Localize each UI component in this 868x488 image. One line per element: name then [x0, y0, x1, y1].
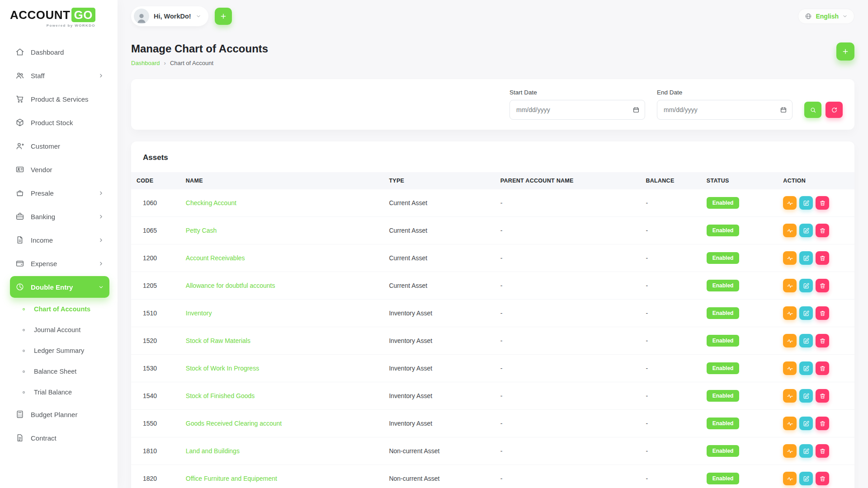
- account-link-stock-of-raw-materials[interactable]: Stock of Raw Materials: [186, 337, 250, 344]
- account-link-land-and-buildings[interactable]: Land and Buildings: [186, 447, 240, 455]
- pulse-icon: [787, 200, 793, 206]
- account-link-goods-received-clearing-account[interactable]: Goods Received Clearing account: [186, 420, 282, 427]
- sidebar-item-vendor[interactable]: Vendor: [10, 158, 109, 181]
- account-link-petty-cash[interactable]: Petty Cash: [186, 227, 217, 234]
- delete-button[interactable]: [816, 224, 829, 237]
- sidebar-item-chart-of-accounts[interactable]: Chart of Accounts: [10, 299, 109, 319]
- delete-button[interactable]: [816, 472, 829, 485]
- delete-button[interactable]: [816, 306, 829, 320]
- breadcrumb-dashboard-link[interactable]: Dashboard: [131, 60, 160, 66]
- sidebar-item-presale[interactable]: Presale: [10, 181, 109, 205]
- parent-account-name: -: [495, 410, 641, 437]
- delete-button[interactable]: [816, 196, 829, 210]
- account-link-account-receivables[interactable]: Account Receivables: [186, 254, 245, 262]
- sidebar-item-staff[interactable]: Staff: [10, 64, 109, 87]
- view-transactions-button[interactable]: [783, 196, 797, 210]
- status-badge: Enabled: [707, 473, 740, 484]
- delete-button[interactable]: [816, 361, 829, 375]
- edit-button[interactable]: [799, 279, 813, 292]
- sidebar-item-budget-planner[interactable]: Budget Planner: [10, 403, 109, 426]
- account-balance: -: [640, 244, 701, 272]
- edit-button[interactable]: [799, 444, 813, 458]
- edit-icon: [803, 227, 810, 234]
- account-link-office-furniture-and-equipement[interactable]: Office Furniture and Equipement: [186, 475, 277, 482]
- edit-button[interactable]: [799, 251, 813, 265]
- edit-button[interactable]: [799, 196, 813, 210]
- header-add-button[interactable]: [215, 8, 232, 25]
- view-transactions-button[interactable]: [783, 444, 797, 458]
- delete-button[interactable]: [816, 444, 829, 458]
- sidebar-item-product-services[interactable]: Product & Services: [10, 87, 109, 111]
- view-transactions-button[interactable]: [783, 334, 797, 347]
- sidebar-item-trial-balance[interactable]: Trial Balance: [10, 382, 109, 403]
- account-link-stock-of-work-in-progress[interactable]: Stock of Work In Progress: [186, 365, 259, 372]
- view-transactions-button[interactable]: [783, 251, 797, 265]
- sidebar-item-customer[interactable]: Customer: [10, 134, 109, 158]
- edit-button[interactable]: [799, 334, 813, 347]
- view-transactions-button[interactable]: [783, 279, 797, 292]
- calendar-icon[interactable]: [632, 106, 640, 113]
- parent-account-name: -: [495, 465, 641, 488]
- sidebar-item-banking[interactable]: Banking: [10, 205, 109, 228]
- sidebar-item-double-entry[interactable]: Double Entry: [10, 276, 109, 298]
- trash-icon: [819, 200, 826, 206]
- sidebar-item-dashboard[interactable]: Dashboard: [10, 40, 109, 64]
- create-account-button[interactable]: [836, 42, 854, 61]
- account-type: Current Asset: [383, 189, 495, 217]
- sidebar-item-ledger-summary[interactable]: Ledger Summary: [10, 340, 109, 361]
- account-type: Non-current Asset: [383, 465, 495, 488]
- status-badge: Enabled: [707, 418, 740, 429]
- delete-button[interactable]: [816, 417, 829, 430]
- sidebar-item-expense[interactable]: Expense: [10, 252, 109, 275]
- account-link-checking-account[interactable]: Checking Account: [186, 199, 236, 206]
- account-link-inventory[interactable]: Inventory: [186, 310, 212, 317]
- account-balance: -: [640, 410, 701, 437]
- view-transactions-button[interactable]: [783, 306, 797, 320]
- edit-button[interactable]: [799, 361, 813, 375]
- view-transactions-button[interactable]: [783, 224, 797, 237]
- trash-icon: [819, 255, 826, 262]
- sidebar-item-journal-account[interactable]: Journal Account: [10, 319, 109, 340]
- app-logo[interactable]: ACCOUNTGO Powered by WORKDO: [10, 8, 95, 28]
- id-card-icon: [15, 165, 24, 174]
- account-link-allowance-for-doubtful-accounts[interactable]: Allowance for doubtful accounts: [186, 282, 275, 289]
- language-selector[interactable]: English: [798, 9, 854, 24]
- parent-account-name: -: [495, 327, 641, 355]
- account-balance: -: [640, 465, 701, 488]
- table-row-1510: 1510 Inventory Inventory Asset - - Enabl…: [131, 300, 854, 327]
- delete-button[interactable]: [816, 389, 829, 403]
- delete-button[interactable]: [816, 279, 829, 292]
- sidebar-item-product-stock[interactable]: Product Stock: [10, 111, 109, 134]
- delete-button[interactable]: [816, 251, 829, 265]
- reset-button[interactable]: [826, 102, 843, 118]
- calendar-icon[interactable]: [780, 106, 787, 113]
- plus-icon: [220, 13, 227, 20]
- account-balance: -: [640, 382, 701, 410]
- view-transactions-button[interactable]: [783, 472, 797, 485]
- cart-icon: [15, 94, 24, 103]
- sidebar-item-contract[interactable]: Contract: [10, 426, 109, 450]
- edit-button[interactable]: [799, 224, 813, 237]
- end-date-input[interactable]: [657, 100, 793, 120]
- account-link-stock-of-finished-goods[interactable]: Stock of Finished Goods: [186, 392, 255, 399]
- table-row-1810: 1810 Land and Buildings Non-current Asse…: [131, 437, 854, 465]
- edit-button[interactable]: [799, 417, 813, 430]
- edit-button[interactable]: [799, 389, 813, 403]
- view-transactions-button[interactable]: [783, 361, 797, 375]
- table-row-1540: 1540 Stock of Finished Goods Inventory A…: [131, 382, 854, 410]
- edit-button[interactable]: [799, 472, 813, 485]
- sidebar-item-label: Income: [31, 236, 53, 244]
- account-balance: -: [640, 327, 701, 355]
- sidebar-item-balance-sheet[interactable]: Balance Sheet: [10, 361, 109, 382]
- view-transactions-button[interactable]: [783, 389, 797, 403]
- user-menu[interactable]: Hi, WorkDo!: [131, 6, 208, 26]
- edit-button[interactable]: [799, 306, 813, 320]
- box-icon: [15, 118, 24, 127]
- search-button[interactable]: [804, 102, 821, 118]
- edit-icon: [803, 365, 810, 372]
- view-transactions-button[interactable]: [783, 417, 797, 430]
- double-entry-icon: [15, 282, 24, 291]
- delete-button[interactable]: [816, 334, 829, 347]
- start-date-input[interactable]: [509, 100, 645, 120]
- sidebar-item-income[interactable]: Income: [10, 228, 109, 252]
